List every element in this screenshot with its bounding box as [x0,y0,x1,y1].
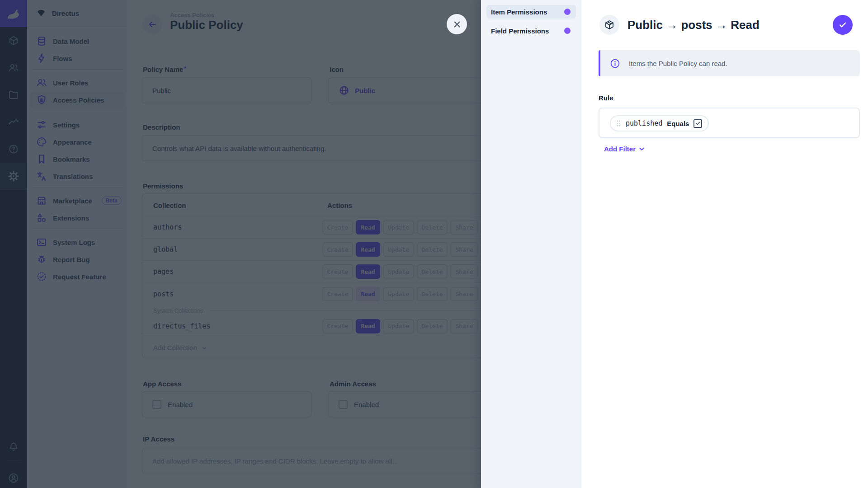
save-button[interactable] [833,15,853,35]
filter-chip[interactable]: published Equals [610,115,709,131]
package-icon [599,15,619,35]
info-icon [610,58,620,69]
drawer-nav: Item Permissions Field Permissions [481,0,581,488]
add-filter-button[interactable]: Add Filter [604,145,646,153]
check-icon [838,20,848,30]
status-dot [564,9,571,15]
drawer-title: Public → posts → Read [627,18,760,32]
drag-handle-icon[interactable] [616,119,621,127]
tab-field-permissions[interactable]: Field Permissions [486,24,576,38]
modal-overlay[interactable] [0,0,481,488]
rule-label: Rule [599,94,613,102]
permissions-drawer: Item Permissions Field Permissions Publi… [481,0,868,488]
rule-card: published Equals [599,108,860,138]
filter-value-checkbox[interactable] [693,119,702,128]
close-drawer-button[interactable] [447,14,467,34]
notice-text: Items the Public Policy can read. [629,60,727,67]
info-notice: Items the Public Policy can read. [599,50,860,76]
drawer-header: Public → posts → Read [599,15,760,35]
tab-item-permissions[interactable]: Item Permissions [486,5,576,19]
status-dot [564,28,571,34]
filter-field[interactable]: published [626,119,662,127]
chevron-down-icon [638,145,646,153]
filter-operator[interactable]: Equals [667,120,689,127]
close-icon [452,19,462,29]
